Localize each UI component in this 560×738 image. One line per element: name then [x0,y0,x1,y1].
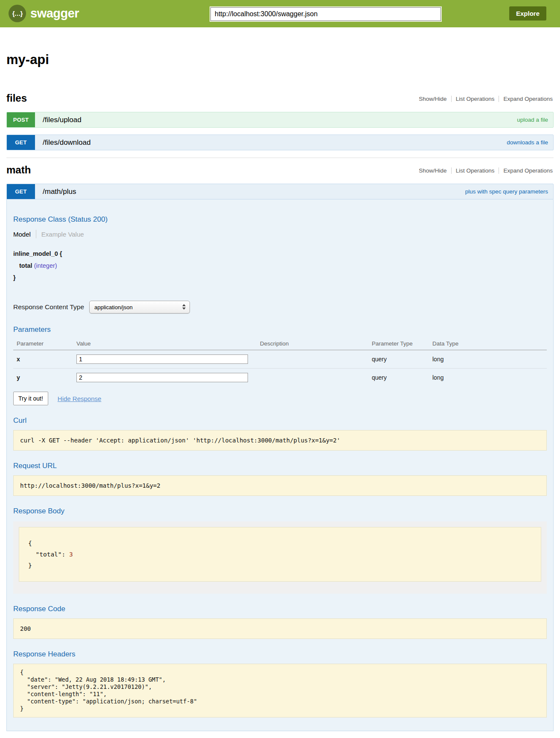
response-content-type-select[interactable]: application/json [89,301,190,313]
parameters-table: Parameter Value Description Parameter Ty… [13,337,547,387]
response-content-type-label: Response Content Type [13,303,84,311]
get-method-badge[interactable]: GET [7,184,35,199]
parameter-data-type: long [429,369,547,387]
operation-row-post-files-upload[interactable]: POST /files/upload upload a file [6,112,554,128]
files-upload-summary-link[interactable]: upload a file [517,112,553,127]
math-show-hide-link[interactable]: Show/Hide [414,167,451,174]
files-upload-path-link[interactable]: /files/upload [35,112,517,127]
explore-button[interactable]: Explore [509,6,546,20]
model-close-line: } [13,272,547,284]
try-it-out-button[interactable]: Try it out! [13,392,48,405]
parameters-heading: Parameters [13,325,547,334]
model-property-name: total [19,262,32,269]
col-description: Description [257,337,368,350]
response-code-heading: Response Code [13,605,547,613]
response-class-heading: Response Class (Status 200) [13,215,547,224]
math-section-title: math [6,164,31,176]
operation-row-get-math-plus[interactable]: GET /math/plus plus with spec query para… [6,184,554,199]
model-signature: inline_model_0 { total (integer) } [13,248,547,284]
parameter-type: query [368,369,429,387]
files-section-header: files Show/HideList OperationsExpand Ope… [6,92,554,104]
response-code-block: 200 [13,618,547,639]
parameter-description [257,369,368,387]
parameter-type: query [368,350,429,369]
swagger-brand[interactable]: {…} swagger [9,5,79,22]
col-data-type: Data Type [429,337,547,350]
hide-response-link[interactable]: Hide Response [58,395,102,402]
section-divider [6,158,554,158]
operation-detail-panel: Response Class (Status 200) Model Exampl… [6,199,554,731]
brand-title: swagger [30,6,79,20]
select-arrows-icon [182,304,186,310]
tab-example-value[interactable]: Example Value [41,231,84,238]
request-url-heading: Request URL [13,462,547,470]
parameters-header-row: Parameter Value Description Parameter Ty… [13,337,547,350]
parameter-y-value-input[interactable] [76,373,248,382]
model-open-line: inline_model_0 { [13,248,547,260]
api-title: my-api [6,27,554,67]
tab-divider [36,230,36,238]
tab-model[interactable]: Model [13,231,31,238]
curl-command-block: curl -X GET --header 'Accept: applicatio… [13,430,547,451]
swagger-logo-icon: {…} [9,5,26,22]
files-section-controls: Show/HideList OperationsExpand Operation… [414,96,554,104]
swagger-logo-glyph: {…} [12,10,23,17]
parameter-description [257,350,368,369]
get-method-badge[interactable]: GET [7,135,35,150]
main-content: my-api files Show/HideList OperationsExp… [0,27,560,738]
model-property-type: (integer) [34,262,57,269]
operation-row-get-files-download[interactable]: GET /files/download downloads a file [6,135,554,150]
topbar: {…} swagger Explore [0,0,560,27]
post-method-badge[interactable]: POST [7,112,35,127]
response-headers-heading: Response Headers [13,650,547,659]
request-url-block: http://localhost:3000/math/plus?x=1&y=2 [13,475,547,496]
parameter-row-x: x query long [13,350,547,369]
math-plus-get-summary-link[interactable]: plus with spec query parameters [465,184,553,199]
files-show-hide-link[interactable]: Show/Hide [414,96,451,102]
response-body-heading: Response Body [13,507,547,515]
files-download-path-link[interactable]: /files/download [35,135,507,150]
response-body-container: { "total": 3 } [13,521,547,594]
response-content-type-value: application/json [94,304,133,310]
curl-heading: Curl [13,416,547,425]
parameter-x-value-input[interactable] [76,354,248,364]
model-tabs: Model Example Value [13,230,547,238]
math-list-operations-link[interactable]: List Operations [451,167,499,174]
math-section-controls: Show/HideList OperationsExpand Operation… [414,167,554,176]
col-value: Value [73,337,257,350]
response-body-number: 3 [69,551,73,558]
try-it-out-row: Try it out! Hide Response [13,392,547,405]
response-body-json: { "total": 3 } [19,527,541,582]
parameter-row-y: y query long [13,369,547,387]
response-content-type-row: Response Content Type application/json [13,301,547,313]
col-parameter-type: Parameter Type [368,337,429,350]
col-parameter: Parameter [13,337,73,350]
math-section-header: math Show/HideList OperationsExpand Oper… [6,164,554,176]
model-property-line: total (integer) [13,260,547,272]
parameter-name: x [13,350,73,369]
spec-url-input[interactable] [210,7,441,21]
math-expand-operations-link[interactable]: Expand Operations [499,167,554,174]
files-download-summary-link[interactable]: downloads a file [507,135,553,150]
files-section-title: files [6,92,27,104]
files-list-operations-link[interactable]: List Operations [451,96,499,102]
files-expand-operations-link[interactable]: Expand Operations [499,96,554,102]
parameter-name: y [13,369,73,387]
parameter-data-type: long [429,350,547,369]
math-plus-get-path-link[interactable]: /math/plus [35,184,465,199]
response-headers-block: { "date": "Wed, 22 Aug 2018 18:49:13 GMT… [13,664,547,718]
